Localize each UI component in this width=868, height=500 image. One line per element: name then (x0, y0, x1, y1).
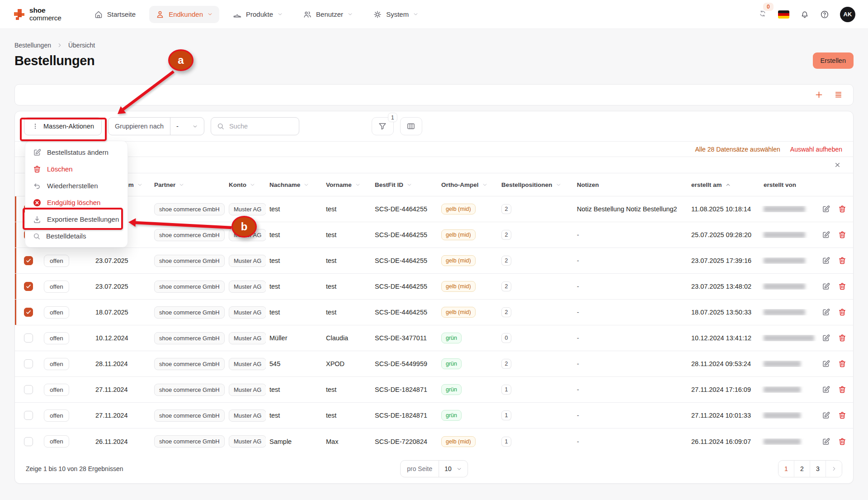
column-header-erstellt-am[interactable]: erstellt am (688, 181, 760, 188)
firstname-cell: XPOD (322, 360, 371, 367)
add-filter-plus-icon[interactable] (814, 90, 824, 100)
menu-item-endgültig-löschen[interactable]: Endgültig löschen (25, 194, 127, 211)
search-input[interactable] (228, 122, 293, 130)
edit-button[interactable] (821, 230, 830, 239)
column-header-konto[interactable]: Konto (225, 181, 266, 188)
delete-button[interactable] (838, 333, 847, 343)
help-icon[interactable] (820, 10, 829, 19)
row-checkbox-cell (15, 359, 40, 368)
pagination-page-1[interactable]: 1 (778, 461, 794, 477)
edit-button[interactable] (821, 282, 830, 291)
menu-item-exportiere-bestellungen[interactable]: Exportiere Bestellungen (25, 211, 127, 228)
lastname-cell: test (266, 309, 322, 316)
german-flag-icon[interactable] (778, 10, 789, 19)
filter-button[interactable]: 1 (372, 117, 394, 135)
select-all-link[interactable]: Alle 28 Datensätze auswählen (695, 146, 780, 153)
menu-item-wiederherstellen[interactable]: Wiederherstellen (25, 177, 127, 194)
column-header-bestfit-id[interactable]: BestFit ID (371, 181, 438, 188)
column-header-vorname[interactable]: Vorname (322, 181, 371, 188)
table-row[interactable]: offen18.07.2025shoe commerce GmbHMuster … (15, 300, 853, 325)
pagination-page-2[interactable]: 2 (794, 461, 810, 477)
breadcrumb-item-bestellungen[interactable]: Bestellungen (14, 42, 51, 49)
notes-cell: - (573, 334, 688, 342)
checkbox-unchecked[interactable] (24, 411, 33, 420)
users-icon (303, 10, 312, 19)
delete-button[interactable] (838, 411, 847, 420)
actions-cell (818, 308, 853, 317)
redacted-user (764, 386, 801, 393)
menu-item-bestelldetails[interactable]: Bestelldetails (25, 228, 127, 244)
nav-item-benutzer[interactable]: Benutzer (297, 6, 359, 23)
saved-filters-list-icon[interactable] (834, 90, 843, 100)
table-row[interactable]: offen26.11.2024shoe commerce GmbHMuster … (15, 429, 853, 454)
delete-button[interactable] (838, 282, 847, 291)
table-row[interactable]: offen23.07.2025shoe commerce GmbHMuster … (15, 274, 853, 300)
edit-button[interactable] (821, 333, 830, 343)
delete-button[interactable] (838, 359, 847, 368)
nav-item-system[interactable]: System (367, 6, 425, 23)
edit-button[interactable] (821, 256, 830, 265)
edit-button[interactable] (821, 437, 830, 446)
edit-button[interactable] (821, 385, 830, 394)
delete-button[interactable] (838, 256, 847, 265)
ortho-ampel-badge: grün (441, 358, 462, 369)
positions-count-badge: 2 (501, 230, 511, 240)
nav-item-produkte[interactable]: Produkte (226, 6, 289, 23)
checkbox-checked[interactable] (24, 308, 33, 317)
nav-item-endkunden[interactable]: Endkunden (149, 6, 219, 23)
column-header-partner[interactable]: Partner (151, 181, 225, 188)
partner-cell: shoe commerce GmbH (151, 255, 225, 267)
table-row[interactable]: offen10.12.2024shoe commerce GmbHMuster … (15, 325, 853, 351)
group-by-select[interactable]: Gruppieren nach - (108, 117, 204, 135)
sync-button[interactable]: 0 (758, 9, 767, 20)
pagination-page-3[interactable]: 3 (810, 461, 826, 477)
create-button[interactable]: Erstellen (813, 52, 854, 69)
column-header-ortho-ampel[interactable]: Ortho-Ampel (438, 181, 498, 188)
per-page-select[interactable]: pro Seite 10 (400, 460, 468, 477)
delete-button[interactable] (838, 437, 847, 446)
table-row[interactable]: offen28.11.2024shoe commerce GmbHMuster … (15, 351, 853, 377)
per-page-label: pro Seite (401, 461, 439, 477)
checkbox-checked[interactable] (24, 282, 33, 291)
edit-button[interactable] (821, 359, 830, 368)
bulk-actions-button[interactable]: Massen-Aktionen (24, 117, 102, 135)
column-header-bestellpositionen[interactable]: Bestellpositionen (498, 181, 573, 188)
delete-button[interactable] (838, 308, 847, 317)
status-cell: offen (40, 435, 92, 448)
delete-button[interactable] (838, 385, 847, 394)
order-date-cell: 27.11.2024 (92, 412, 151, 419)
menu-item-löschen[interactable]: Löschen (25, 161, 127, 177)
avatar[interactable]: AK (840, 7, 855, 22)
notifications-bell-icon[interactable] (800, 10, 809, 19)
actions-cell (818, 385, 853, 394)
breadcrumb-item-uebersicht[interactable]: Übersicht (68, 42, 95, 49)
column-header-label: BestFit ID (375, 181, 403, 188)
table-row[interactable]: offenshoe commerce GmbHMuster AGtesttest… (15, 196, 853, 222)
checkbox-unchecked[interactable] (24, 437, 33, 446)
table-row[interactable]: offenshoe commerce GmbHMuster AGtesttest… (15, 222, 853, 248)
edit-button[interactable] (821, 205, 830, 214)
ortho-ampel-cell: grün (438, 358, 498, 369)
pagination-next-button[interactable] (826, 461, 842, 477)
partner-chip: shoe commerce GmbH (154, 229, 225, 241)
sort-icon (250, 182, 255, 188)
checkbox-unchecked[interactable] (24, 333, 33, 343)
columns-button[interactable] (400, 117, 422, 135)
clear-selection-link[interactable]: Auswahl aufheben (790, 146, 842, 153)
checkbox-unchecked[interactable] (24, 359, 33, 368)
table-row[interactable]: offen23.07.2025shoe commerce GmbHMuster … (15, 248, 853, 274)
close-icon[interactable] (834, 161, 841, 169)
table-row[interactable]: offen27.11.2024shoe commerce GmbHMuster … (15, 403, 853, 429)
bestfit-id-cell: SCS-DE-1824871 (371, 386, 438, 393)
edit-button[interactable] (821, 308, 830, 317)
checkbox-checked[interactable] (24, 256, 33, 265)
checkbox-unchecked[interactable] (24, 385, 33, 394)
edit-button[interactable] (821, 411, 830, 420)
partner-cell: shoe commerce GmbH (151, 332, 225, 344)
column-header-nachname[interactable]: Nachname (266, 181, 322, 188)
table-row[interactable]: offen27.11.2024shoe commerce GmbHMuster … (15, 377, 853, 403)
delete-button[interactable] (838, 205, 847, 214)
nav-item-startseite[interactable]: Startseite (88, 6, 142, 23)
delete-button[interactable] (838, 230, 847, 239)
menu-item-bestellstatus-ändern[interactable]: Bestellstatus ändern (25, 144, 127, 161)
